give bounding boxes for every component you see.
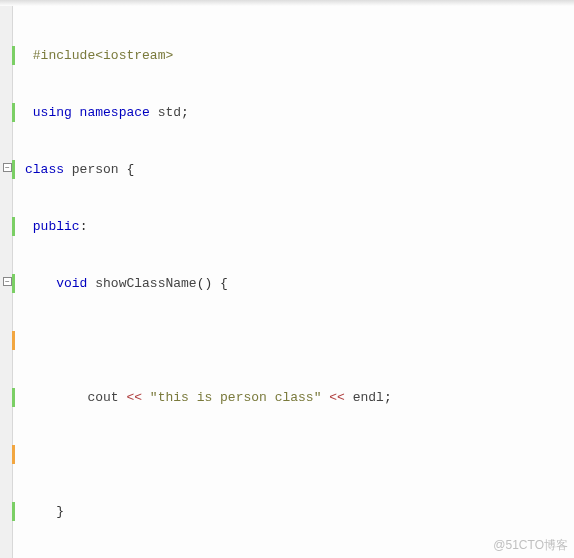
keyword: public (33, 219, 80, 234)
operator: << (329, 390, 345, 405)
code-line: using namespace std; (12, 103, 574, 122)
code-line: } (12, 502, 574, 521)
string: "this is person class" (142, 390, 329, 405)
code-line: − void showClassName() { (12, 274, 574, 293)
code-line (12, 331, 574, 350)
text: cout (87, 390, 126, 405)
fold-icon[interactable]: − (3, 277, 12, 286)
text: endl (345, 390, 384, 405)
top-shadow (0, 0, 574, 6)
code-line: public: (12, 217, 574, 236)
code-line: cout << "this is person class" << endl; (12, 388, 574, 407)
header: <iostream> (95, 48, 173, 63)
code-line: #include<iostream> (12, 46, 574, 65)
code-line (12, 445, 574, 464)
ident: showClassName (87, 276, 196, 291)
keyword: void (56, 276, 87, 291)
keyword: using namespace (33, 105, 150, 120)
code-line: −class person { (12, 160, 574, 179)
keyword: class (25, 162, 64, 177)
ident: person (64, 162, 126, 177)
operator: << (126, 390, 142, 405)
watermark: @51CTO博客 (493, 537, 568, 554)
ident: std (150, 105, 181, 120)
preproc: #include (33, 48, 95, 63)
fold-icon[interactable]: − (3, 163, 12, 172)
code-editor[interactable]: #include<iostream> using namespace std; … (12, 8, 574, 558)
